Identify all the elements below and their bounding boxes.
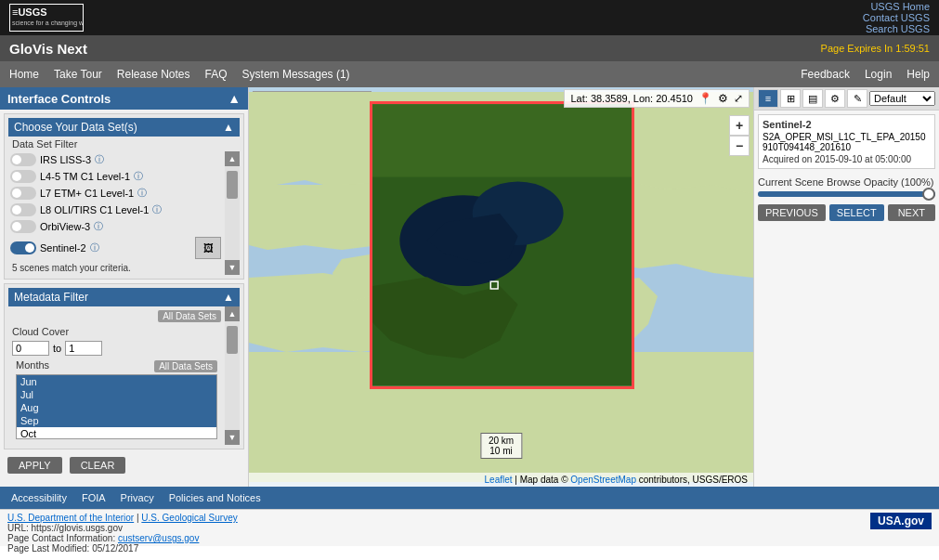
expand-icon[interactable]: ⤢ <box>734 92 743 105</box>
nav-help[interactable]: Help <box>906 68 930 81</box>
info-icon-orbi[interactable]: ⓘ <box>94 220 103 233</box>
url-label: URL: https://glovis.usgs.gov <box>7 523 123 533</box>
panel-bar-btn[interactable]: ▤ <box>802 89 823 108</box>
footer-bar: Accessibility FOIA Privacy Policies and … <box>0 487 939 509</box>
action-buttons-row: APPLY CLEAR <box>0 453 248 477</box>
nav-take-tour[interactable]: Take Tour <box>54 68 102 81</box>
toggle-orbi[interactable] <box>10 220 36 233</box>
info-icon-l8[interactable]: ⓘ <box>152 203 162 216</box>
month-jul[interactable]: Jul <box>17 388 216 401</box>
month-jun[interactable]: Jun <box>17 375 216 388</box>
clear-button[interactable]: CLEAR <box>70 457 126 474</box>
dataset-label-orbi: OrbiView-3 <box>40 221 90 232</box>
dept-interior-link[interactable]: U.S. Department of the Interior <box>7 513 134 523</box>
panel-grid-btn[interactable]: ⊞ <box>780 89 801 108</box>
scrollbar-down-btn[interactable]: ▼ <box>225 260 240 275</box>
nav-home[interactable]: Home <box>9 68 39 81</box>
map-area[interactable]: Selected Scenes (0) ▼ <box>249 87 753 487</box>
usa-gov-badge[interactable]: USA.gov <box>870 513 932 529</box>
nav-left-links: Home Take Tour Release Notes FAQ System … <box>9 68 350 81</box>
scene-info-panel: Sentinel-2 S2A_OPER_MSI_L1C_TL_EPA_20150… <box>758 114 935 169</box>
sidebar-panel: Interface Controls ▲ Choose Your Data Se… <box>0 87 249 487</box>
footer-policies[interactable]: Policies and Notices <box>169 492 261 503</box>
next-button[interactable]: NEXT <box>888 204 935 221</box>
panel-edit-btn[interactable]: ✎ <box>847 89 867 108</box>
thumbnail-preview-btn[interactable]: 🖼 <box>195 237 221 259</box>
bottom-info-bar: U.S. Department of the Interior | U.S. G… <box>0 509 939 546</box>
cloud-cover-to-label: to <box>53 343 61 354</box>
cloud-all-data-btn[interactable]: All Data Sets <box>158 310 221 322</box>
cloud-cover-from[interactable] <box>12 341 49 356</box>
toggle-l8[interactable] <box>10 203 36 216</box>
nav-feedback[interactable]: Feedback <box>801 68 850 81</box>
footer-privacy[interactable]: Privacy <box>121 492 154 503</box>
satellite-image-overlay <box>370 101 634 389</box>
month-aug[interactable]: Aug <box>17 401 216 414</box>
nav-release-notes[interactable]: Release Notes <box>117 68 190 81</box>
scrollbar-thumb <box>227 171 238 199</box>
months-list[interactable]: Jun Jul Aug Sep Oct Nov Dec <box>16 374 217 439</box>
zoom-out-btn[interactable]: − <box>729 136 750 156</box>
meta-scrollbar-up-btn[interactable]: ▲ <box>225 306 240 321</box>
toggle-l7[interactable] <box>10 187 36 200</box>
usgs-logo: ≡USGS science for a changing world <box>9 4 84 32</box>
geo-survey-link[interactable]: U.S. Geological Survey <box>141 513 237 523</box>
metadata-section-header: Metadata Filter ▲ <box>8 288 240 306</box>
svg-text:science for a changing world: science for a changing world <box>12 20 83 27</box>
toggle-sentinel[interactable] <box>10 241 36 254</box>
panel-list-btn[interactable]: ≡ <box>758 89 778 108</box>
dataset-label-l8: L8 OLI/TIRS C1 Level-1 <box>40 204 149 215</box>
footer-foia[interactable]: FOIA <box>82 492 106 503</box>
month-oct[interactable]: Oct <box>17 427 216 439</box>
sidebar-collapse-btn[interactable]: ▲ <box>228 91 241 106</box>
info-icon-l7[interactable]: ⓘ <box>137 187 147 200</box>
scenes-match-count: 5 scenes match your criteria. <box>8 261 223 275</box>
panel-settings-btn[interactable]: ⚙ <box>825 89 845 108</box>
thumbnail-icon: 🖼 <box>203 242 214 254</box>
months-label: Months <box>16 359 49 371</box>
nav-system-messages[interactable]: System Messages (1) <box>242 68 350 81</box>
nav-faq[interactable]: FAQ <box>205 68 228 81</box>
contact-email-link[interactable]: custserv@usgs.gov <box>118 533 199 543</box>
months-all-data-btn[interactable]: All Data Sets <box>154 360 217 372</box>
metadata-collapse-btn[interactable]: ▲ <box>223 291 234 304</box>
dataset-item-l45: L4-5 TM C1 Level-1 ⓘ <box>8 168 223 185</box>
scene-title: Sentinel-2 <box>763 119 931 130</box>
dataset-label-sentinel: Sentinel-2 <box>40 242 86 254</box>
gear-icon[interactable]: ⚙ <box>718 92 728 105</box>
dataset-scrollbar[interactable]: ▲ ▼ <box>225 151 240 275</box>
meta-scrollbar-down-btn[interactable]: ▼ <box>225 430 240 445</box>
footer-accessibility[interactable]: Accessibility <box>11 492 67 503</box>
zoom-in-btn[interactable]: + <box>729 115 750 136</box>
dataset-filter-label: Data Set Filter <box>8 137 240 151</box>
info-icon-sentinel[interactable]: ⓘ <box>90 241 99 254</box>
dataset-collapse-btn[interactable]: ▲ <box>223 121 234 134</box>
cloud-cover-row: Cloud Cover <box>12 324 221 339</box>
dataset-label-l45: L4-5 TM C1 Level-1 <box>40 171 130 182</box>
openstreetmap-link[interactable]: OpenStreetMap <box>570 475 636 485</box>
usgs-home-link[interactable]: USGS Home <box>870 1 930 12</box>
apply-button[interactable]: APPLY <box>7 457 62 474</box>
right-panel-toolbar: ≡ ⊞ ▤ ⚙ ✎ Default <box>754 87 939 111</box>
toggle-l45[interactable] <box>10 170 36 183</box>
info-icon-l45[interactable]: ⓘ <box>134 170 143 183</box>
metadata-scrollbar[interactable]: ▲ ▼ <box>225 306 240 445</box>
opacity-slider-thumb[interactable] <box>922 188 935 201</box>
toggle-irs[interactable] <box>10 153 36 166</box>
modified-row: Page Last Modified: 05/12/2017 <box>7 543 238 553</box>
contact-usgs-link[interactable]: Contact USGS <box>863 12 930 23</box>
dataset-section-title: Choose Your Data Set(s) <box>14 121 137 134</box>
dept-survey-row: U.S. Department of the Interior | U.S. G… <box>7 513 238 523</box>
cloud-cover-to[interactable] <box>65 341 102 356</box>
leaflet-link[interactable]: Leaflet <box>485 475 513 485</box>
nav-login[interactable]: Login <box>865 68 892 81</box>
month-sep[interactable]: Sep <box>17 414 216 427</box>
page-expires-label: Page Expires In 1:59:51 <box>821 43 930 54</box>
previous-button[interactable]: PREVIOUS <box>758 204 826 221</box>
select-button[interactable]: SELECT <box>829 204 884 221</box>
panel-view-select[interactable]: Default <box>869 91 935 106</box>
info-icon-irs[interactable]: ⓘ <box>95 153 104 166</box>
dataset-item-l8: L8 OLI/TIRS C1 Level-1 ⓘ <box>8 202 223 218</box>
scrollbar-up-btn[interactable]: ▲ <box>225 151 240 166</box>
search-usgs-link[interactable]: Search USGS <box>866 23 930 34</box>
